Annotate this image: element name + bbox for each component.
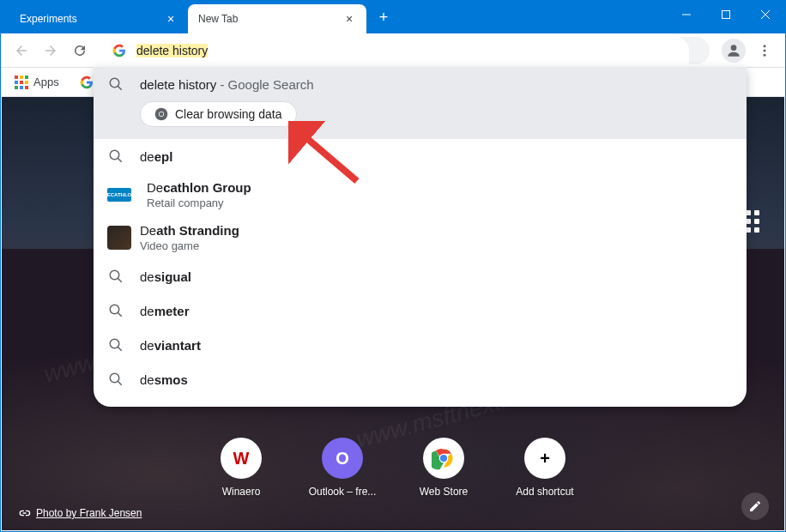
svg-point-6 (764, 49, 766, 51)
search-icon (107, 268, 124, 285)
suggestion-row[interactable]: DECATHLONDecathlon GroupRetail company (94, 173, 747, 216)
apps-label: Apps (33, 76, 59, 88)
suggestion-text: deviantart (140, 338, 201, 353)
tab-title: Experiments (20, 13, 77, 25)
svg-line-17 (118, 158, 122, 162)
suggestion-text: delete history - Google Search (140, 77, 314, 92)
profile-avatar[interactable] (722, 39, 746, 63)
suggestion-row[interactable]: desmos (94, 362, 747, 396)
apps-icon (15, 76, 28, 89)
menu-button[interactable] (751, 37, 778, 64)
back-button[interactable] (8, 37, 35, 64)
suggestion-body: deviantart (140, 338, 201, 353)
new-tab-button[interactable]: + (372, 5, 396, 29)
svg-point-18 (110, 270, 119, 280)
omnibox-text: delete history (136, 44, 208, 57)
suggestion-text: Decathlon Group (147, 180, 251, 195)
close-window-button[interactable] (746, 1, 785, 28)
tab-experiments[interactable]: Experiments × (9, 4, 188, 33)
search-icon (107, 302, 124, 319)
chip-label: Clear browsing data (175, 107, 282, 121)
suggestion-subtitle: Retail company (147, 196, 251, 209)
svg-line-21 (118, 312, 122, 317)
customize-button[interactable] (741, 493, 769, 520)
close-tab-icon[interactable]: × (164, 12, 178, 26)
shortcut-tile[interactable]: WWinaero (203, 438, 279, 498)
suggestion-subtitle: Video game (140, 239, 239, 252)
google-icon (112, 44, 126, 57)
suggestion-row[interactable]: Death StrandingVideo game (94, 216, 747, 259)
chrome-icon (154, 107, 168, 121)
svg-point-16 (110, 150, 119, 160)
decathlon-icon: DECATHLON (107, 186, 131, 203)
suggestion-text: deepl (140, 149, 172, 164)
window-controls (667, 1, 785, 28)
maximize-button[interactable] (706, 1, 746, 28)
suggestion-row[interactable]: demeter (94, 293, 747, 328)
suggestion-body: deepl (140, 149, 172, 164)
suggestion-text: demeter (140, 304, 190, 318)
shortcut-tile[interactable]: +Add shortcut (507, 438, 583, 498)
shortcut-icon: W (221, 438, 262, 479)
tab-new-tab[interactable]: New Tab × (188, 4, 366, 33)
suggestion-row[interactable]: deepl (94, 139, 747, 173)
suggestion-text: desmos (140, 372, 188, 387)
suggestion-body: Decathlon GroupRetail company (147, 180, 251, 209)
suggestion-row[interactable]: desigual (94, 259, 747, 293)
suggestion-text: Death Stranding (140, 223, 239, 238)
suggestion-body: demeter (140, 304, 190, 318)
close-tab-icon[interactable]: × (342, 12, 356, 26)
toolbar: delete history (1, 33, 785, 68)
svg-rect-1 (723, 11, 730, 19)
credit-text: Photo by Frank Jensen (36, 507, 142, 519)
forward-button[interactable] (37, 37, 64, 64)
svg-point-7 (764, 53, 766, 56)
photo-credit-link[interactable]: Photo by Frank Jensen (17, 506, 142, 520)
game-thumbnail-icon (107, 226, 131, 250)
omnibox[interactable]: delete history (102, 37, 710, 64)
suggestion-row[interactable]: deviantart (94, 328, 747, 362)
shortcut-tile[interactable]: OOutlook – fre... (305, 438, 380, 498)
search-icon (107, 371, 124, 388)
svg-line-23 (118, 347, 122, 351)
suggestion-body: desigual (140, 269, 191, 284)
shortcut-icon: O (322, 438, 363, 479)
svg-point-20 (110, 305, 119, 314)
suggestion-body: desmos (140, 372, 188, 387)
search-icon (107, 148, 124, 165)
shortcut-label: Winaero (222, 486, 261, 498)
link-icon (17, 506, 31, 520)
search-icon (107, 336, 124, 354)
shortcut-tile[interactable]: Web Store (406, 438, 481, 498)
svg-line-19 (118, 278, 122, 282)
minimize-button[interactable] (667, 1, 706, 28)
shortcut-icon: + (524, 438, 565, 479)
svg-point-11 (110, 78, 119, 88)
shortcut-label: Outlook – fre... (309, 486, 377, 498)
search-icon (107, 76, 124, 93)
suggestion-text: desigual (140, 269, 191, 284)
omnibox-suggestions: delete history - Google Search Clear bro… (94, 67, 747, 407)
svg-point-4 (731, 45, 737, 51)
clear-browsing-data-chip[interactable]: Clear browsing data (140, 101, 297, 127)
svg-line-25 (118, 381, 122, 385)
tab-title: New Tab (198, 13, 238, 25)
tab-strip: Experiments × New Tab × + (1, 1, 396, 33)
titlebar: Experiments × New Tab × + (1, 1, 785, 33)
shortcuts-row: WWinaeroOOutlook – fre...Web Store+Add s… (203, 438, 583, 498)
svg-point-24 (110, 373, 119, 383)
svg-point-5 (764, 45, 766, 47)
svg-point-15 (160, 112, 164, 117)
svg-line-12 (118, 86, 122, 90)
suggestion-row-primary[interactable]: delete history - Google Search Clear bro… (94, 67, 747, 139)
shortcut-label: Web Store (420, 486, 468, 498)
shortcut-icon (423, 438, 464, 479)
apps-bookmark[interactable]: Apps (8, 72, 66, 93)
browser-window: Experiments × New Tab × + delete history (0, 0, 786, 532)
shortcut-label: Add shortcut (516, 486, 573, 498)
reload-button[interactable] (66, 37, 94, 64)
svg-point-22 (110, 339, 119, 348)
google-icon (80, 76, 94, 89)
suggestion-body: Death StrandingVideo game (140, 223, 239, 252)
